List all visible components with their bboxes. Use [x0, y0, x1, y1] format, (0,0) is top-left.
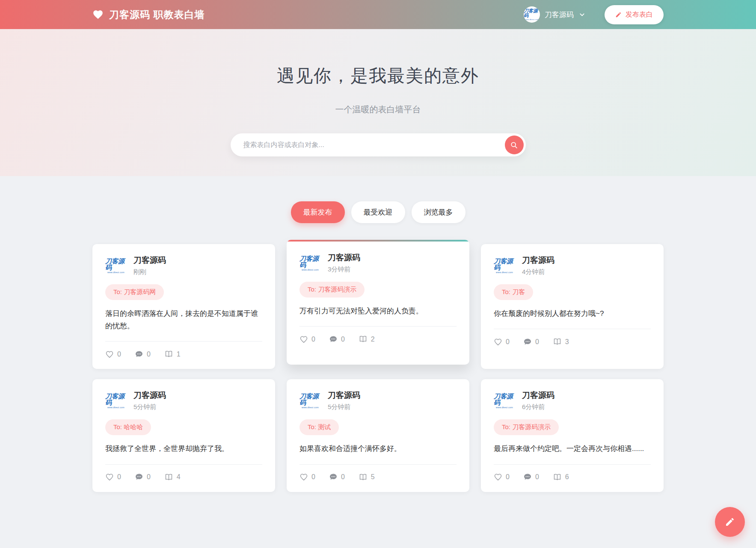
like-button[interactable]: 0 — [494, 473, 510, 481]
logo-artwork: 刀客源码 www.dkeui.com — [105, 393, 127, 409]
card-message: 最后再来做个约定吧。一定会再次与你相遇...... — [494, 442, 644, 455]
hero-title: 遇见你，是我最美的意外 — [0, 64, 756, 88]
comment-button[interactable]: 0 — [523, 473, 539, 481]
like-count: 0 — [311, 336, 315, 343]
comment-count: 0 — [147, 351, 151, 358]
search-bar — [231, 133, 526, 156]
like-count: 0 — [117, 473, 121, 481]
comment-button[interactable]: 0 — [329, 335, 345, 344]
heart-outline-icon — [494, 473, 502, 481]
hero-subtitle: 一个温暖的表白墙平台 — [0, 104, 756, 115]
to-badge: To: 刀客源码演示 — [299, 282, 365, 298]
views-stat: 6 — [553, 473, 569, 482]
card-timestamp: 4分钟前 — [522, 268, 554, 276]
fab-publish-button[interactable] — [715, 507, 745, 537]
comment-button[interactable]: 0 — [135, 350, 151, 359]
card-header: 刀客源码 www.dkeui.com 刀客源码 刚刚 — [105, 255, 166, 276]
comment-count: 0 — [341, 336, 345, 343]
card-timestamp: 3分钟前 — [328, 265, 360, 274]
card-timestamp: 5分钟前 — [133, 403, 166, 411]
tabs: 最新发布最受欢迎浏览最多 — [0, 176, 756, 223]
views-count: 4 — [177, 473, 181, 481]
open-book-icon — [164, 473, 173, 482]
confession-card[interactable]: 刀客源码 www.dkeui.com 刀客源码 4分钟前 To: 刀客 你在颓废… — [481, 244, 664, 369]
comment-button[interactable]: 0 — [523, 338, 539, 346]
card-message: 你在颓废的时候别人都在努力哦~? — [494, 307, 604, 320]
card-divider — [299, 464, 457, 465]
like-button[interactable]: 0 — [105, 350, 121, 359]
like-button[interactable]: 0 — [494, 338, 510, 346]
comment-button[interactable]: 0 — [135, 473, 151, 481]
like-button[interactable]: 0 — [299, 335, 315, 344]
open-book-icon — [359, 473, 368, 482]
pencil-icon — [615, 12, 622, 18]
to-badge: To: 刀客 — [494, 284, 533, 300]
card-timestamp: 5分钟前 — [328, 403, 360, 411]
card-divider — [105, 341, 262, 342]
comment-bubble-icon — [135, 350, 143, 359]
search-button[interactable] — [505, 136, 524, 154]
views-count: 3 — [565, 338, 569, 346]
open-book-icon — [359, 335, 368, 344]
confession-card[interactable]: 刀客源码 www.dkeui.com 刀客源码 6分钟前 To: 刀客源码演示 … — [481, 379, 664, 492]
confession-card[interactable]: 刀客源码 www.dkeui.com 刀客源码 5分钟前 To: 哈哈哈 我拯救… — [92, 379, 275, 492]
user-menu[interactable]: 刀客源码 www.dkeui.com 刀客源码 — [524, 6, 586, 23]
comment-count: 0 — [341, 473, 345, 481]
heart-outline-icon — [105, 350, 114, 359]
logo-artwork: 刀客源码 www.dkeui.com — [524, 9, 540, 21]
views-stat: 2 — [359, 335, 375, 344]
logo-artwork: 刀客源码 www.dkeui.com — [494, 258, 515, 274]
comment-button[interactable]: 0 — [329, 473, 345, 481]
avatar: 刀客源码 www.dkeui.com — [299, 254, 321, 272]
main-content: 最新发布最受欢迎浏览最多 刀客源码 www.dkeui.com 刀客源码 刚刚 … — [0, 176, 756, 492]
comment-bubble-icon — [135, 473, 143, 481]
comment-bubble-icon — [523, 473, 532, 481]
brand-title: 刀客源码 职教表白墙 — [109, 8, 205, 21]
views-stat: 5 — [359, 473, 375, 482]
like-button[interactable]: 0 — [299, 473, 315, 481]
like-button[interactable]: 0 — [105, 473, 121, 481]
comment-bubble-icon — [523, 338, 532, 346]
like-count: 0 — [117, 351, 121, 358]
avatar: 刀客源码 www.dkeui.com — [494, 256, 515, 274]
card-author: 刀客源码 — [328, 252, 360, 263]
navbar: 刀客源码 职教表白墙 刀客源码 www.dkeui.com 刀客源码 — [0, 0, 756, 29]
to-badge: To: 刀客源码演示 — [494, 419, 559, 435]
card-header: 刀客源码 www.dkeui.com 刀客源码 5分钟前 — [299, 390, 360, 411]
comment-count: 0 — [147, 473, 151, 481]
like-count: 0 — [311, 473, 315, 481]
avatar: 刀客源码 www.dkeui.com — [494, 392, 515, 410]
filter-tab[interactable]: 最新发布 — [291, 201, 345, 223]
to-badge: To: 刀客源码网 — [105, 284, 164, 300]
card-message: 落日的余晖洒落在人间，抹去的是不知道属于谁的忧愁。 — [105, 307, 262, 332]
confession-card[interactable]: 刀客源码 www.dkeui.com 刀客源码 3分钟前 To: 刀客源码演示 … — [287, 240, 469, 365]
card-divider — [494, 329, 651, 329]
logo-artwork: 刀客源码 www.dkeui.com — [105, 258, 127, 274]
views-stat: 3 — [553, 337, 569, 346]
card-stats: 0 0 1 — [105, 350, 181, 359]
card-message: 如果喜欢和合适撞个满怀多好。 — [299, 442, 401, 455]
heart-outline-icon — [299, 335, 308, 344]
user-avatar: 刀客源码 www.dkeui.com — [524, 6, 540, 23]
card-stats: 0 0 6 — [494, 473, 569, 482]
avatar: 刀客源码 www.dkeui.com — [299, 392, 321, 410]
filter-tab[interactable]: 浏览最多 — [412, 201, 465, 223]
to-badge: To: 哈哈哈 — [105, 419, 151, 435]
to-badge: To: 测试 — [299, 419, 339, 435]
heart-outline-icon — [299, 473, 308, 481]
card-stats: 0 0 3 — [494, 337, 569, 346]
card-author: 刀客源码 — [522, 255, 554, 266]
card-author: 刀客源码 — [522, 390, 554, 401]
card-divider — [105, 464, 262, 465]
card-divider — [494, 464, 651, 465]
filter-tab[interactable]: 最受欢迎 — [351, 201, 405, 223]
confession-card[interactable]: 刀客源码 www.dkeui.com 刀客源码 5分钟前 To: 测试 如果喜欢… — [287, 379, 469, 492]
heart-icon — [92, 9, 104, 20]
like-count: 0 — [506, 338, 510, 346]
search-input[interactable] — [231, 133, 526, 156]
user-name: 刀客源码 — [545, 10, 574, 20]
logo-artwork: 刀客源码 www.dkeui.com — [494, 393, 515, 409]
comment-bubble-icon — [329, 335, 338, 344]
confession-card[interactable]: 刀客源码 www.dkeui.com 刀客源码 刚刚 To: 刀客源码网 落日的… — [92, 244, 275, 369]
publish-button[interactable]: 发布表白 — [605, 5, 664, 24]
